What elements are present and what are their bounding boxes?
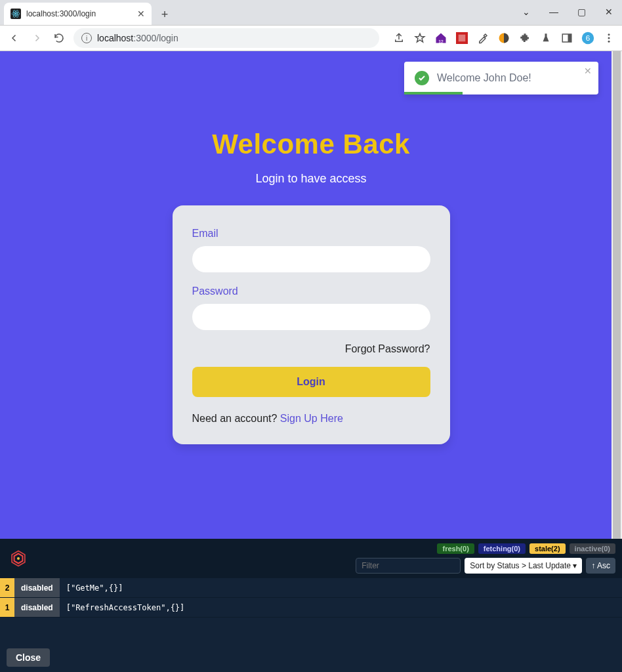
filter-input[interactable] (356, 558, 461, 574)
react-favicon (10, 9, 21, 19)
password-label: Password (192, 285, 430, 297)
ext-red-icon[interactable] (455, 32, 468, 45)
svg-text:12: 12 (438, 39, 444, 44)
browser-tab[interactable]: localhost:3000/login ✕ (4, 3, 152, 25)
query-row[interactable]: 1 disabled ["RefreshAccessToken",{}] (0, 598, 622, 618)
ext-orange-icon[interactable] (497, 32, 510, 45)
query-count: 2 (0, 578, 14, 597)
signup-link[interactable]: Sign Up Here (280, 413, 343, 424)
pill-fetching[interactable]: fetching(0) (478, 543, 526, 554)
login-section: Welcome Back Login to have access Email … (0, 51, 622, 444)
chevron-down-icon[interactable]: ⌄ (517, 4, 535, 20)
query-key: ["RefreshAccessToken",{}] (66, 603, 185, 612)
signup-text: Need an account? (192, 413, 280, 424)
svg-rect-11 (568, 34, 571, 42)
query-row[interactable]: 2 disabled ["GetMe",{}] (0, 578, 622, 598)
devtools-header: fresh(0) fetching(0) stale(2) inactive(0… (0, 539, 622, 578)
star-icon[interactable] (413, 32, 426, 45)
window-controls: ⌄ — ▢ ✕ (517, 4, 618, 20)
kebab-menu-icon[interactable] (602, 32, 615, 45)
password-field[interactable] (192, 304, 430, 330)
login-button[interactable]: Login (192, 367, 430, 397)
omnibox[interactable]: i localhost:3000/login (73, 28, 379, 48)
login-card: Email Password Forgot Password? Login Ne… (173, 205, 450, 444)
svg-point-1 (15, 13, 17, 15)
maximize-icon[interactable]: ▢ (572, 4, 591, 20)
email-field[interactable] (192, 246, 430, 272)
react-query-logo-icon (7, 547, 30, 570)
ext-house-icon[interactable]: 12 (434, 32, 447, 45)
query-state: disabled (14, 578, 60, 597)
reload-button[interactable] (51, 30, 67, 46)
new-tab-button[interactable]: + (156, 5, 174, 24)
svg-point-14 (608, 33, 610, 35)
caret-down-icon: ▾ (573, 561, 577, 570)
devtools-panel: fresh(0) fetching(0) stale(2) inactive(0… (0, 539, 622, 672)
toast-close-icon[interactable]: ✕ (584, 66, 592, 76)
tab-title: localhost:3000/login (26, 9, 132, 18)
svg-point-16 (608, 41, 610, 43)
email-label: Email (192, 228, 430, 240)
pill-stale[interactable]: stale(2) (529, 543, 566, 554)
page-subtitle: Login to have access (255, 172, 366, 186)
toolbar-icons: 12 6 (392, 32, 615, 45)
svg-point-19 (17, 557, 20, 560)
side-panel-icon[interactable] (560, 32, 573, 45)
share-icon[interactable] (392, 32, 405, 45)
query-list: 2 disabled ["GetMe",{}] 1 disabled ["Ref… (0, 578, 622, 643)
sort-button[interactable]: Sort by Status > Last Update ▾ (465, 558, 582, 574)
check-circle-icon (415, 71, 429, 85)
tab-close-icon[interactable]: ✕ (137, 9, 145, 19)
close-window-icon[interactable]: ✕ (600, 4, 618, 20)
svg-point-15 (608, 37, 610, 39)
svg-text:6: 6 (586, 33, 590, 42)
site-info-icon[interactable]: i (81, 33, 92, 43)
signup-prompt: Need an account? Sign Up Here (192, 413, 430, 425)
toast-progress-bar (404, 92, 463, 94)
devtools-filters: Sort by Status > Last Update ▾ ↑ Asc (356, 558, 615, 574)
pill-fresh[interactable]: fresh(0) (437, 543, 474, 554)
scrollbar-thumb[interactable] (613, 51, 621, 539)
asc-button[interactable]: ↑ Asc (586, 558, 615, 574)
labs-icon[interactable] (539, 32, 552, 45)
query-count: 1 (0, 598, 14, 617)
eyedropper-icon[interactable] (476, 32, 489, 45)
minimize-icon[interactable]: — (545, 4, 563, 20)
scrollbar[interactable] (612, 51, 622, 539)
toast-message: Welcome John Doe! (437, 72, 588, 84)
browser-chrome: localhost:3000/login ✕ + ⌄ — ▢ ✕ i local… (0, 0, 622, 51)
page-title: Welcome Back (212, 129, 410, 160)
svg-rect-8 (459, 35, 466, 42)
query-state: disabled (14, 598, 60, 617)
pill-inactive[interactable]: inactive(0) (570, 543, 615, 554)
query-key: ["GetMe",{}] (66, 583, 123, 593)
devtools-footer: Close (0, 643, 622, 672)
forward-button[interactable] (29, 30, 45, 46)
address-bar: i localhost:3000/login 12 6 (0, 25, 622, 51)
status-pills: fresh(0) fetching(0) stale(2) inactive(0… (437, 543, 615, 554)
toast-notification: Welcome John Doe! ✕ (404, 62, 598, 94)
forgot-password-link[interactable]: Forgot Password? (192, 343, 430, 355)
devtools-close-button[interactable]: Close (7, 648, 50, 667)
profile-avatar-icon[interactable]: 6 (581, 32, 594, 45)
page-content: Welcome John Doe! ✕ Welcome Back Login t… (0, 51, 622, 539)
extensions-icon[interactable] (518, 32, 531, 45)
url-text: localhost:3000/login (97, 33, 178, 43)
back-button[interactable] (7, 30, 22, 46)
